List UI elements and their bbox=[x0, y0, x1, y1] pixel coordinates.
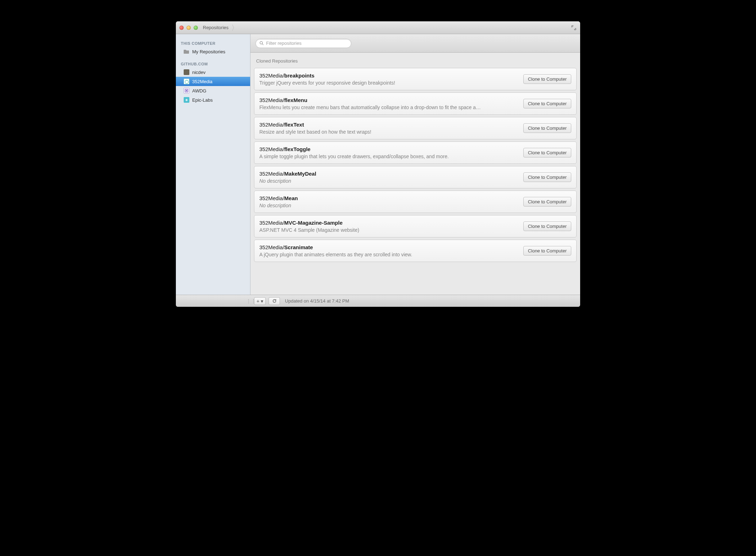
repo-card[interactable]: 352Media/breakpointsTrigger jQuery event… bbox=[254, 68, 577, 90]
repo-owner: 352Media/ bbox=[259, 244, 284, 250]
clone-to-computer-button[interactable]: Clone to Computer bbox=[523, 74, 571, 84]
add-menu-button[interactable]: + ▾ bbox=[254, 297, 266, 305]
repo-info: 352Media/ScranimateA jQuery plugin that … bbox=[259, 244, 519, 257]
repo-info: 352Media/MeanNo description bbox=[259, 195, 519, 208]
org-icon bbox=[184, 88, 189, 93]
repo-info: 352Media/flexToggleA simple toggle plugi… bbox=[259, 146, 519, 159]
sidebar-item-label: Epic-Labs bbox=[192, 97, 213, 103]
clone-to-computer-button[interactable]: Clone to Computer bbox=[523, 123, 571, 133]
filter-input[interactable] bbox=[266, 41, 347, 46]
avatar-icon bbox=[184, 69, 189, 75]
repo-name: MVC-Magazine-Sample bbox=[284, 220, 342, 226]
repo-card[interactable]: 352Media/MVC-Magazine-SampleASP.NET MVC … bbox=[254, 215, 577, 237]
repo-title: 352Media/flexMenu bbox=[259, 97, 519, 103]
repo-card[interactable]: 352Media/MakeMyDealNo descriptionClone t… bbox=[254, 166, 577, 188]
refresh-button[interactable] bbox=[269, 297, 280, 305]
repo-description: A simple toggle plugin that lets you cre… bbox=[259, 154, 519, 159]
repo-owner: 352Media/ bbox=[259, 220, 284, 226]
main-panel: Cloned Repositories 352Media/breakpoints… bbox=[250, 34, 580, 295]
repo-info: 352Media/flexTextResize and style text b… bbox=[259, 122, 519, 135]
repo-description: No description bbox=[259, 203, 519, 208]
repo-description: FlexMenu lets you create menu bars that … bbox=[259, 105, 519, 110]
repo-name: breakpoints bbox=[284, 73, 314, 79]
repo-description: A jQuery plugin that animates elements a… bbox=[259, 252, 519, 257]
traffic-lights bbox=[179, 26, 198, 30]
zoom-button[interactable] bbox=[194, 26, 198, 30]
clone-to-computer-button[interactable]: Clone to Computer bbox=[523, 148, 571, 157]
repo-title: 352Media/flexToggle bbox=[259, 146, 519, 152]
sidebar-item-label: nicdev bbox=[192, 70, 206, 75]
org-icon: ✶ bbox=[184, 97, 189, 103]
repo-name: MakeMyDeal bbox=[284, 171, 316, 177]
folder-icon bbox=[184, 49, 189, 54]
repo-info: 352Media/MVC-Magazine-SampleASP.NET MVC … bbox=[259, 220, 519, 233]
repo-owner: 352Media/ bbox=[259, 73, 284, 79]
breadcrumb-label: Repositories bbox=[203, 25, 228, 30]
sidebar-item-awdg[interactable]: AWDG bbox=[176, 86, 250, 95]
clone-to-computer-button[interactable]: Clone to Computer bbox=[523, 246, 571, 256]
repo-title: 352Media/Scranimate bbox=[259, 244, 519, 250]
repo-title: 352Media/MVC-Magazine-Sample bbox=[259, 220, 519, 226]
svg-line-3 bbox=[262, 44, 263, 45]
repo-card[interactable]: 352Media/flexMenuFlexMenu lets you creat… bbox=[254, 92, 577, 115]
breadcrumb[interactable]: Repositories 〉 bbox=[203, 24, 238, 31]
repo-info: 352Media/MakeMyDealNo description bbox=[259, 171, 519, 184]
repo-name: flexToggle bbox=[284, 146, 310, 152]
repo-list[interactable]: 352Media/breakpointsTrigger jQuery event… bbox=[250, 68, 580, 295]
repo-card[interactable]: 352Media/flexToggleA simple toggle plugi… bbox=[254, 141, 577, 164]
sidebar-resize-handle[interactable]: ⋮⋮ bbox=[246, 298, 251, 304]
sidebar: THIS COMPUTER My Repositories GITHUB.COM… bbox=[176, 34, 250, 295]
svg-point-2 bbox=[260, 42, 263, 44]
sidebar-item-label: 352Media bbox=[192, 79, 212, 84]
sidebar-item-my-repositories[interactable]: My Repositories bbox=[176, 47, 250, 56]
statusbar: ⋮⋮ + ▾ Updated on 4/15/14 at 7:42 PM bbox=[176, 295, 580, 307]
search-icon bbox=[259, 41, 264, 46]
repo-owner: 352Media/ bbox=[259, 171, 284, 177]
sidebar-item-label: My Repositories bbox=[192, 49, 225, 54]
clone-to-computer-button[interactable]: Clone to Computer bbox=[523, 197, 571, 207]
repo-title: 352Media/MakeMyDeal bbox=[259, 171, 519, 177]
clone-to-computer-button[interactable]: Clone to Computer bbox=[523, 172, 571, 182]
repo-card[interactable]: 352Media/ScranimateA jQuery plugin that … bbox=[254, 240, 577, 262]
repo-description: Resize and style text based on how the t… bbox=[259, 129, 519, 135]
repo-title: 352Media/flexText bbox=[259, 122, 519, 128]
repo-owner: 352Media/ bbox=[259, 122, 284, 128]
chevron-right-icon: 〉 bbox=[231, 24, 238, 31]
repo-title: 352Media/Mean bbox=[259, 195, 519, 201]
sidebar-item-352media[interactable]: ◯ 352Media bbox=[176, 77, 250, 86]
repo-description: No description bbox=[259, 178, 519, 184]
app-window: Repositories 〉 THIS COMPUTER My Reposito… bbox=[176, 21, 580, 307]
repo-info: 352Media/flexMenuFlexMenu lets you creat… bbox=[259, 97, 519, 110]
clone-to-computer-button[interactable]: Clone to Computer bbox=[523, 221, 571, 231]
repo-title: 352Media/breakpoints bbox=[259, 73, 519, 79]
repo-description: Trigger jQuery events for your responsiv… bbox=[259, 80, 519, 86]
sidebar-section-this-computer: THIS COMPUTER bbox=[176, 39, 250, 47]
sidebar-item-nicdev[interactable]: nicdev bbox=[176, 68, 250, 77]
section-label: Cloned Repositories bbox=[250, 53, 580, 68]
repo-card[interactable]: 352Media/MeanNo descriptionClone to Comp… bbox=[254, 191, 577, 213]
org-icon: ◯ bbox=[184, 79, 189, 84]
repo-name: flexText bbox=[284, 122, 304, 128]
repo-name: flexMenu bbox=[284, 97, 307, 103]
filter-bar bbox=[250, 34, 580, 53]
close-button[interactable] bbox=[179, 26, 184, 30]
repo-owner: 352Media/ bbox=[259, 97, 284, 103]
sidebar-item-label: AWDG bbox=[192, 88, 206, 93]
filter-input-wrapper[interactable] bbox=[255, 39, 351, 48]
titlebar: Repositories 〉 bbox=[176, 21, 580, 34]
repo-card[interactable]: 352Media/flexTextResize and style text b… bbox=[254, 117, 577, 139]
repo-name: Mean bbox=[284, 195, 298, 201]
repo-info: 352Media/breakpointsTrigger jQuery event… bbox=[259, 73, 519, 86]
repo-description: ASP.NET MVC 4 Sample (Magazine website) bbox=[259, 227, 519, 233]
refresh-icon bbox=[272, 299, 277, 303]
sidebar-section-github: GITHUB.COM bbox=[176, 60, 250, 68]
repo-owner: 352Media/ bbox=[259, 146, 284, 152]
clone-to-computer-button[interactable]: Clone to Computer bbox=[523, 99, 571, 108]
minimize-button[interactable] bbox=[187, 26, 191, 30]
svg-rect-1 bbox=[186, 90, 187, 91]
repo-name: Scranimate bbox=[284, 244, 313, 250]
fullscreen-button[interactable] bbox=[571, 25, 577, 31]
status-text: Updated on 4/15/14 at 7:42 PM bbox=[285, 298, 349, 304]
sidebar-item-epic-labs[interactable]: ✶ Epic-Labs bbox=[176, 95, 250, 105]
repo-owner: 352Media/ bbox=[259, 195, 284, 201]
